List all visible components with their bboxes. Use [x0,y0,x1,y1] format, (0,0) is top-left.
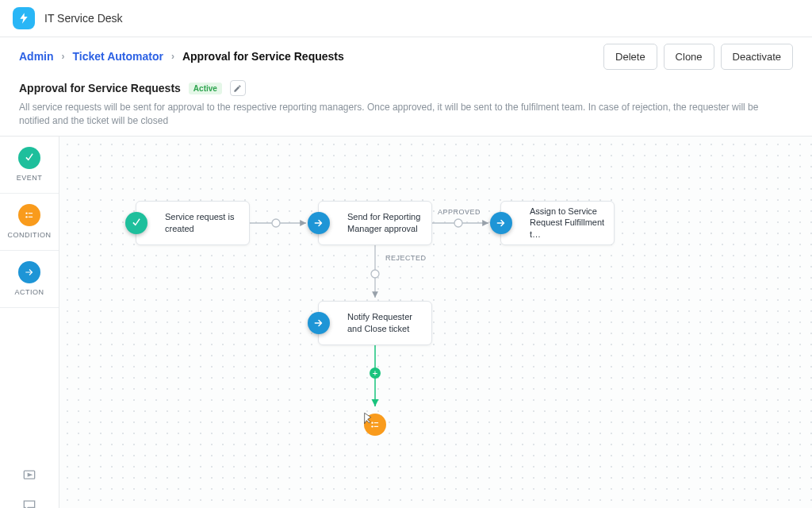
presentation-icon[interactable] [21,468,37,483]
event-icon [18,147,40,169]
app-title: IT Service Desk [44,12,123,25]
workflow-title: Approval for Service Requests [19,82,181,94]
chevron-right-icon: › [62,51,65,62]
app-logo [13,7,35,29]
workflow-description-text: All service requests will be sent for ap… [19,101,764,128]
workflow-canvas[interactable]: Service request is created Send for Repo… [59,137,812,508]
palette-condition[interactable]: CONDITION [0,194,59,251]
node-label: Assign to Service Request Fulfillment t… [530,206,606,240]
node-action-notify[interactable]: Notify Requester and Close ticket [318,301,432,345]
bolt-icon [17,12,30,25]
pencil-icon [233,84,242,93]
workflow-description: Approval for Service Requests Active All… [0,75,812,137]
svg-rect-1 [29,213,33,214]
svg-rect-13 [374,422,378,423]
node-event-start[interactable]: Service request is created [136,201,250,245]
breadcrumb: Admin › Ticket Automator › Approval for … [19,50,344,63]
action-header: Admin › Ticket Automator › Approval for … [0,37,812,75]
palette-sidebar: EVENT CONDITION ACTION [0,137,59,508]
clone-button[interactable]: Clone [664,44,714,70]
node-label: Notify Requester and Close ticket [347,311,423,334]
edge-label-approved: APPROVED [438,208,481,216]
edge-label-rejected: REJECTED [385,254,427,262]
edit-button[interactable] [230,80,246,96]
palette-event-label: EVENT [17,174,43,182]
action-icon [18,261,40,283]
svg-point-6 [272,219,280,227]
node-label: Service request is created [165,211,241,234]
chevron-right-icon: › [171,51,174,62]
svg-point-10 [371,270,379,278]
crumb-current: Approval for Service Requests [182,50,344,63]
action-icon [308,312,330,334]
svg-point-8 [454,219,462,227]
svg-point-0 [25,213,27,214]
palette-action-label: ACTION [14,288,44,296]
delete-button[interactable]: Delete [603,44,657,70]
palette-event[interactable]: EVENT [0,137,59,194]
connector-layer [59,137,812,508]
node-action-approval[interactable]: Send for Reporting Manager approval [318,201,432,245]
add-step-button[interactable]: + [370,368,381,379]
status-badge: Active [189,83,222,94]
condition-icon [18,204,40,226]
event-icon [125,212,147,234]
cursor-icon [361,412,373,427]
svg-point-2 [25,216,27,217]
crumb-admin[interactable]: Admin [19,50,54,63]
crumb-automator[interactable]: Ticket Automator [73,50,163,63]
palette-condition-label: CONDITION [8,231,52,239]
deactivate-button[interactable]: Deactivate [721,44,793,70]
action-icon [308,212,330,234]
node-label: Send for Reporting Manager approval [347,211,423,234]
chat-icon[interactable] [21,498,37,508]
action-buttons: Delete Clone Deactivate [603,44,793,70]
svg-rect-3 [29,217,33,217]
main-area: EVENT CONDITION ACTION [0,137,812,508]
action-icon [490,212,512,234]
app-bar: IT Service Desk [0,0,812,37]
svg-rect-15 [374,425,378,426]
node-action-assign[interactable]: Assign to Service Request Fulfillment t… [500,201,615,245]
palette-action[interactable]: ACTION [0,251,59,308]
